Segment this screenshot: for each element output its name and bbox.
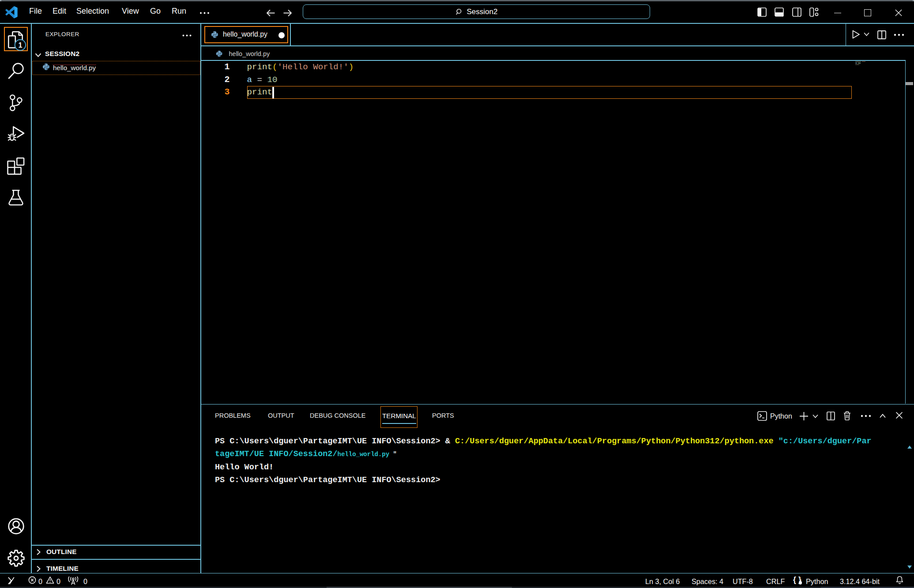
svg-text:1: 1	[18, 41, 22, 49]
